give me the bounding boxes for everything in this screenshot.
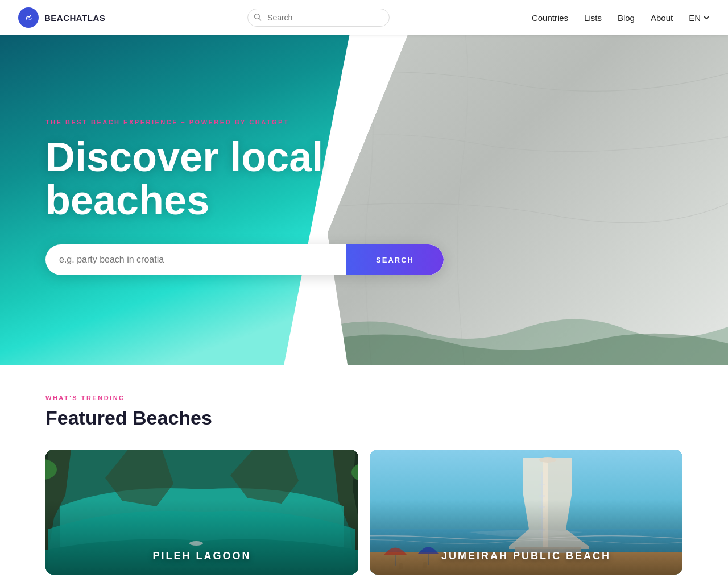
language-label: EN: [689, 13, 701, 23]
logo-text: BEACHATLAS: [44, 13, 105, 23]
nav-search-icon: [253, 13, 262, 23]
logo-svg: [22, 11, 35, 24]
pileh-lagoon-label: PILEH LAGOON: [46, 550, 358, 562]
beach-card-pileh-lagoon[interactable]: PILEH LAGOON: [46, 450, 358, 575]
hero-content: THE BEST BEACH EXPERIENCE – POWERED BY C…: [46, 119, 444, 275]
featured-beaches-grid: PILEH LAGOON: [46, 450, 682, 575]
nav-link-countries[interactable]: Countries: [532, 13, 568, 23]
nav-link-about[interactable]: About: [651, 13, 673, 23]
nav-links: Countries Lists Blog About EN: [532, 13, 710, 23]
svg-line-2: [259, 18, 261, 20]
featured-title: Featured Beaches: [46, 407, 682, 429]
hero-subtitle: THE BEST BEACH EXPERIENCE – POWERED BY C…: [46, 119, 444, 126]
hero-search-button[interactable]: SEARCH: [346, 244, 444, 275]
hero-section: THE BEST BEACH EXPERIENCE – POWERED BY C…: [0, 35, 728, 365]
hero-search-input[interactable]: [46, 244, 346, 275]
nav-search-wrapper: [247, 9, 390, 27]
nav-link-blog[interactable]: Blog: [618, 13, 635, 23]
logo-icon: [18, 7, 39, 28]
hero-search-bar: SEARCH: [46, 244, 444, 275]
chevron-down-icon: [703, 14, 710, 21]
navbar: BEACHATLAS Countries Lists Blog About EN: [0, 0, 728, 35]
jumeirah-label: JUMEIRAH PUBLIC BEACH: [370, 550, 682, 562]
nav-search-input[interactable]: [247, 9, 390, 27]
featured-section: WHAT'S TRENDING Featured Beaches: [0, 365, 728, 582]
svg-point-0: [23, 13, 34, 23]
beach-card-jumeirah[interactable]: JUMEIRAH PUBLIC BEACH: [370, 450, 682, 575]
hero-title: Discover local beaches: [46, 136, 444, 222]
logo[interactable]: BEACHATLAS: [18, 7, 105, 28]
featured-tag: WHAT'S TRENDING: [46, 394, 682, 401]
language-selector[interactable]: EN: [689, 13, 710, 23]
nav-link-lists[interactable]: Lists: [584, 13, 602, 23]
